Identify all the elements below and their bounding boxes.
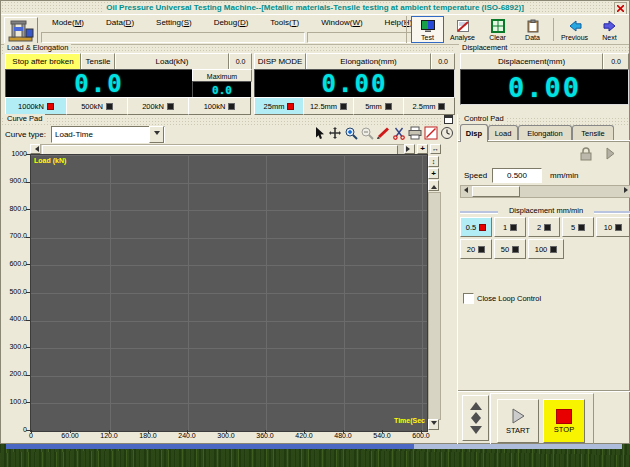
slider-thumb[interactable] <box>472 186 520 197</box>
speed-preset-50[interactable]: 50 <box>494 239 526 259</box>
y-tick-label: 1000 <box>1 150 27 157</box>
disp-mode-button[interactable]: DISP MODE <box>254 53 306 70</box>
analyse-icon <box>455 19 471 33</box>
fit-height-icon[interactable]: ↕ <box>428 156 439 167</box>
control-pad-group-label: Control Pad <box>461 114 507 123</box>
load-header-label: Load(kN) <box>156 57 189 66</box>
menu-item-tools[interactable]: Tools(T) <box>259 17 310 30</box>
speed-preset-20[interactable]: 20 <box>460 239 492 259</box>
test-toolbar-label: Test <box>421 34 434 41</box>
y-tick-mark <box>26 347 30 348</box>
zoom-in-icon[interactable] <box>343 125 358 141</box>
time-axis-dropdown-button[interactable] <box>428 419 439 430</box>
previous-icon <box>567 19 583 33</box>
maximize-pane-icon[interactable] <box>444 115 453 124</box>
scissors-icon[interactable] <box>391 125 406 141</box>
speed-led-icon <box>615 224 622 231</box>
play-icon[interactable] <box>604 146 616 161</box>
jog-crosshead-button[interactable] <box>462 395 489 441</box>
printer-icon[interactable] <box>407 125 422 141</box>
y-tick-label: 900.0 <box>1 177 27 184</box>
speed-led-icon <box>512 246 519 253</box>
slider-left-arrow[interactable] <box>461 187 468 193</box>
speed-preset-2[interactable]: 2 <box>528 217 560 237</box>
pan-vertical-icon[interactable]: + <box>428 168 439 179</box>
lock-icon[interactable] <box>578 146 594 161</box>
separator-line <box>594 211 630 214</box>
vscroll-up-button[interactable] <box>428 180 439 191</box>
load-range-1000kN[interactable]: 1000kN <box>5 97 67 115</box>
clear-toolbar-label: Clear <box>489 34 506 41</box>
tab-label: Tensile <box>581 129 604 138</box>
clear-toolbar-button[interactable]: Clear <box>481 16 514 43</box>
analyse-toolbar-button[interactable]: Analyse <box>446 16 479 43</box>
elongation-range-2.5mm[interactable]: 2.5mm <box>403 97 455 115</box>
pan-horizontal-icon[interactable]: + <box>417 144 428 154</box>
load-range-200kN[interactable]: 200kN <box>127 97 189 115</box>
pen-icon[interactable] <box>375 125 390 141</box>
test-toolbar-button[interactable]: Test <box>411 16 444 43</box>
load-range-label: 200kN <box>142 102 164 111</box>
speed-preset-10[interactable]: 10 <box>596 217 630 237</box>
close-loop-checkbox[interactable] <box>463 293 474 304</box>
menu-item-data[interactable]: Data(D) <box>95 17 145 30</box>
tab-disp[interactable]: Disp <box>460 124 488 142</box>
tensile-button[interactable]: Tensile <box>81 53 115 70</box>
elongation-range-25mm[interactable]: 25mm <box>254 97 304 115</box>
tab-load[interactable]: Load <box>488 125 518 141</box>
menu-item-setting[interactable]: Setting(S) <box>145 17 203 30</box>
fit-width-icon[interactable]: ↔ <box>430 144 441 154</box>
start-label: START <box>506 426 530 435</box>
zoom-out-icon[interactable] <box>359 125 374 141</box>
curve-type-dropdown[interactable]: Load-Time <box>51 126 165 143</box>
tab-tensile[interactable]: Tensile <box>572 125 614 141</box>
load-range-label: 1000kN <box>18 102 44 111</box>
speed-led-icon <box>550 246 557 253</box>
speed-slider[interactable] <box>460 185 630 198</box>
x-tick-label: 360.0 <box>249 432 281 439</box>
disp-mode-label: DISP MODE <box>258 57 303 66</box>
clear-icon <box>490 19 506 33</box>
elongation-range-5mm[interactable]: 5mm <box>353 97 404 115</box>
y-tick-mark <box>26 182 30 183</box>
tab-elongation[interactable]: Elongation <box>518 125 572 141</box>
y-tick-label: 100.0 <box>1 398 27 405</box>
x-tick-mark <box>421 430 422 433</box>
slider-right-arrow[interactable] <box>624 187 630 193</box>
speed-preset-1[interactable]: 1 <box>494 217 526 237</box>
menu-item-debug[interactable]: Debug(D) <box>203 17 260 30</box>
load-elongation-group-label: Load & Elongation <box>4 43 71 52</box>
speed-preset-100[interactable]: 100 <box>528 239 564 259</box>
chart-plot-area[interactable] <box>30 154 428 432</box>
next-toolbar-button[interactable]: Next <box>593 16 626 43</box>
pan-icon[interactable] <box>327 125 342 141</box>
close-icon <box>617 5 624 12</box>
previous-toolbar-button[interactable]: Previous <box>558 16 591 43</box>
cursor-icon[interactable] <box>311 125 326 141</box>
curve-config-icon[interactable] <box>423 125 438 141</box>
hscroll-right-button[interactable] <box>404 144 415 154</box>
x-tick-mark <box>265 430 266 433</box>
stop-after-broken-button[interactable]: Stop after broken <box>5 53 81 70</box>
menu-item-window[interactable]: Window(W) <box>310 17 373 30</box>
chevron-down-icon[interactable] <box>149 126 164 143</box>
load-lcd: 0.0 <box>5 69 193 99</box>
menu-item-mode[interactable]: Mode(M) <box>41 17 95 30</box>
load-range-100kN[interactable]: 100kN <box>188 97 251 115</box>
elongation-range-12.5mm[interactable]: 12.5mm <box>303 97 354 115</box>
speed-preset-5[interactable]: 5 <box>562 217 594 237</box>
displacement-speed-section-title: Displacement mm/min <box>498 206 594 215</box>
load-range-500kN[interactable]: 500kN <box>66 97 128 115</box>
vscroll-track[interactable] <box>428 192 441 420</box>
data-toolbar-button[interactable]: Data <box>516 16 549 43</box>
speed-input[interactable]: 0.500 <box>492 168 542 183</box>
clock-icon[interactable] <box>439 125 454 141</box>
speed-preset-0.5[interactable]: 0.5 <box>460 217 492 237</box>
speed-preset-label: 1 <box>503 223 507 232</box>
x-tick-mark <box>382 430 383 433</box>
start-button[interactable]: START <box>497 399 539 443</box>
load-range-label: 100kN <box>204 102 226 111</box>
stop-button[interactable]: STOP <box>543 399 585 443</box>
progress-bar-fill <box>6 444 414 449</box>
range-led-icon <box>438 103 445 110</box>
